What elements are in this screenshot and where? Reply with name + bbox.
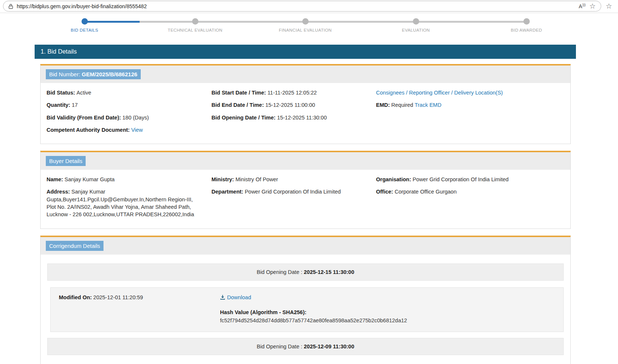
competent-authority-document-field: Competent Authority Document:View — [47, 126, 211, 134]
step-dot — [413, 18, 419, 25]
buyer-address-field: Address:Sanjay Kumar Gupta,Buyer141.Pgci… — [47, 188, 211, 218]
emd-field: EMD:Required Track EMD — [376, 101, 564, 109]
lock-icon — [9, 4, 13, 9]
modified-on-field: Modified On:2025-12-01 11:20:59 — [59, 294, 220, 324]
step-financial-evaluation: FINANCIAL EVALUATION — [261, 18, 350, 32]
quantity-field: Quantity:17 — [47, 101, 211, 109]
step-label: TECHNICAL EVALUATION — [150, 28, 240, 32]
card-corrigendum-details: Corrigendum Details Bid Opening Date : 2… — [40, 236, 571, 364]
download-icon — [220, 294, 225, 300]
bid-end-field: Bid End Date / Time:15-12-2025 11:00:00 — [211, 101, 376, 109]
hash-value: fc52f794d5254d28d74dd8b577a57742ae80fea8… — [220, 317, 555, 323]
hash-label: Hash Value (Algorithm - SHA256): — [220, 309, 555, 315]
corrigendum-doc-block: Download Hash Value (Algorithm - SHA256)… — [220, 294, 555, 324]
step-label: BID DETAILS — [40, 28, 129, 32]
step-bid-details: BID DETAILS — [40, 18, 129, 32]
bid-opening-field: Bid Opening Date / Time:15-12-2025 11:30… — [211, 114, 376, 121]
bid-details-col-2: Bid Start Date / Time:11-11-2025 12:05:2… — [211, 84, 376, 138]
bid-validity-field: Bid Validity (From End Date):180 (Days) — [47, 114, 211, 121]
consignees-field: Consignees / Reporting Officer / Deliver… — [376, 89, 564, 96]
department-field: Department:Power Grid Corporation Of Ind… — [211, 188, 376, 195]
bid-number-label: Bid Number: — [49, 71, 80, 77]
consignees-link[interactable]: Consignees / Reporting Officer / Deliver… — [376, 90, 503, 96]
buyer-col-3: Organisation:Power Grid Corporation Of I… — [376, 171, 564, 223]
step-dot-active — [82, 18, 88, 25]
browser-bar: https://bidplus.gem.gov.in/buyer-bid-fin… — [0, 0, 618, 13]
bid-details-header: Bid Number: GEM/2025/B/6862126 — [41, 66, 570, 83]
corrigendum-opening-row-1: Bid Opening Date : 2025-12-15 11:30:00 — [47, 264, 564, 281]
buyer-details-header: Buyer Details — [41, 152, 570, 170]
favorites-star-icon[interactable]: ☆ — [606, 3, 612, 10]
download-link[interactable]: Download — [220, 294, 251, 300]
bookmark-star-icon[interactable]: ☆ — [589, 3, 596, 10]
step-technical-evaluation: TECHNICAL EVALUATION — [150, 18, 240, 32]
organisation-field: Organisation:Power Grid Corporation Of I… — [376, 176, 564, 183]
corrigendum-opening-row-2: Bid Opening Date : 2025-12-09 11:30:00 — [47, 338, 564, 355]
read-aloud-icon[interactable]: A))) — [579, 3, 586, 9]
bid-progress-stepper: BID DETAILS TECHNICAL EVALUATION FINANCI… — [0, 18, 618, 39]
corrigendum-badge: Corrigendum Details — [46, 241, 103, 251]
card-buyer-details: Buyer Details Name:Sanjay Kumar Gupta Ad… — [40, 151, 571, 229]
step-dot — [192, 18, 198, 25]
bid-details-col-3: Consignees / Reporting Officer / Deliver… — [376, 84, 564, 138]
step-bid-awarded: BID AWARDED — [482, 18, 571, 32]
corrigendum-modification-panel: Modified On:2025-12-01 11:20:59 Download… — [50, 287, 564, 332]
step-evaluation: EVALUATION — [371, 18, 461, 32]
step-dot — [523, 18, 530, 25]
bid-status-field: Bid Status:Active — [47, 89, 211, 96]
page-title: 1. Bid Details — [35, 45, 576, 59]
url-box[interactable]: https://bidplus.gem.gov.in/buyer-bid-fin… — [3, 1, 601, 12]
bid-start-field: Bid Start Date / Time:11-11-2025 12:05:2… — [211, 89, 376, 96]
step-label: FINANCIAL EVALUATION — [261, 28, 350, 32]
track-emd-link[interactable]: Track EMD — [415, 102, 442, 108]
buyer-col-2: Ministry:Ministry Of Power Department:Po… — [211, 171, 376, 223]
view-document-link[interactable]: View — [131, 127, 143, 133]
buyer-details-badge: Buyer Details — [46, 156, 86, 166]
corrigendum-header: Corrigendum Details — [41, 237, 570, 255]
step-label: BID AWARDED — [482, 28, 571, 32]
buyer-col-1: Name:Sanjay Kumar Gupta Address:Sanjay K… — [47, 171, 211, 223]
buyer-name-field: Name:Sanjay Kumar Gupta — [47, 176, 211, 183]
ministry-field: Ministry:Ministry Of Power — [211, 176, 376, 183]
bid-number-badge: Bid Number: GEM/2025/B/6862126 — [46, 69, 141, 79]
office-field: Office:Corporate Office Gurgaon — [376, 188, 564, 195]
bid-details-col-1: Bid Status:Active Quantity:17 Bid Validi… — [47, 84, 211, 138]
step-dot — [302, 18, 309, 25]
card-bid-details: Bid Number: GEM/2025/B/6862126 Bid Statu… — [40, 64, 571, 144]
bid-number-value: GEM/2025/B/6862126 — [82, 71, 137, 77]
step-label: EVALUATION — [371, 28, 461, 32]
url-input[interactable]: https://bidplus.gem.gov.in/buyer-bid-fin… — [17, 3, 575, 9]
